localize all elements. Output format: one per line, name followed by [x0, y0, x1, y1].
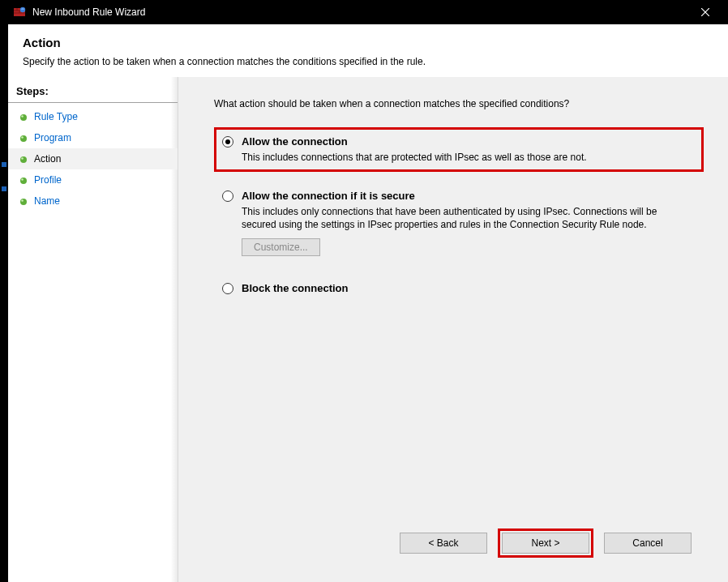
option-allow-if-secure: Allow the connection if it is secure Thi…	[214, 182, 704, 263]
cancel-button[interactable]: Cancel	[604, 533, 692, 554]
steps-sidebar: Steps: Rule Type Program Action	[8, 77, 178, 582]
header: Action Specify the action to be taken wh…	[8, 24, 728, 77]
step-action[interactable]: Action	[8, 148, 178, 169]
step-bullet-icon	[19, 176, 28, 184]
back-button[interactable]: < Back	[400, 533, 487, 554]
strip-marker	[2, 186, 6, 191]
window-title: New Inbound Rule Wizard	[32, 6, 687, 18]
svg-point-16	[21, 178, 24, 181]
step-label: Rule Type	[34, 111, 78, 122]
radio-block-connection[interactable]	[222, 283, 233, 294]
step-name[interactable]: Name	[8, 190, 178, 212]
next-button-wrap: Next >	[498, 529, 593, 558]
step-label: Program	[34, 132, 71, 143]
wizard-window: New Inbound Rule Wizard Action Specify t…	[8, 0, 728, 582]
cancel-button-wrap: Cancel	[600, 529, 696, 558]
back-button-wrap: < Back	[396, 529, 491, 558]
next-button[interactable]: Next >	[502, 533, 589, 554]
svg-point-14	[21, 157, 24, 160]
option-title: Block the connection	[242, 282, 696, 294]
titlebar: New Inbound Rule Wizard	[8, 0, 728, 24]
strip-marker	[2, 162, 6, 167]
customize-button: Customize...	[242, 238, 320, 256]
svg-point-9	[20, 114, 27, 121]
option-title: Allow the connection if it is secure	[242, 190, 696, 202]
step-bullet-icon	[19, 155, 28, 163]
page-title: Action	[23, 36, 713, 49]
options-group: Allow the connection This includes conne…	[214, 127, 704, 520]
option-title: Allow the connection	[242, 135, 696, 148]
radio-allow-if-secure[interactable]	[222, 190, 233, 202]
option-desc: This includes only connections that have…	[242, 205, 671, 231]
content-panel: What action should be taken when a conne…	[178, 77, 728, 582]
option-allow-connection: Allow the connection This includes conne…	[214, 127, 704, 172]
steps-heading: Steps:	[8, 82, 178, 103]
svg-point-17	[20, 199, 27, 205]
page-subtitle: Specify the action to be taken when a co…	[23, 56, 713, 67]
step-bullet-icon	[19, 113, 28, 121]
footer-buttons: < Back Next > Cancel	[214, 520, 704, 572]
left-black-strip	[0, 0, 8, 582]
step-rule-type[interactable]: Rule Type	[8, 106, 178, 127]
step-bullet-icon	[19, 197, 28, 205]
prompt-text: What action should be taken when a conne…	[214, 98, 704, 109]
firewall-icon	[13, 6, 26, 19]
step-label: Profile	[34, 174, 62, 186]
step-label: Name	[34, 195, 60, 207]
svg-point-10	[21, 115, 24, 118]
svg-point-11	[20, 135, 27, 142]
svg-point-18	[21, 199, 24, 202]
radio-allow-connection[interactable]	[222, 136, 233, 148]
step-profile[interactable]: Profile	[8, 169, 178, 190]
svg-point-15	[20, 178, 27, 184]
option-desc: This includes connections that are prote…	[242, 151, 671, 164]
svg-point-12	[21, 136, 24, 139]
close-button[interactable]	[687, 0, 723, 24]
step-label: Action	[34, 153, 61, 165]
svg-point-13	[20, 156, 27, 163]
step-program[interactable]: Program	[8, 127, 178, 148]
option-block-connection: Block the connection	[214, 274, 704, 306]
step-bullet-icon	[19, 134, 28, 142]
